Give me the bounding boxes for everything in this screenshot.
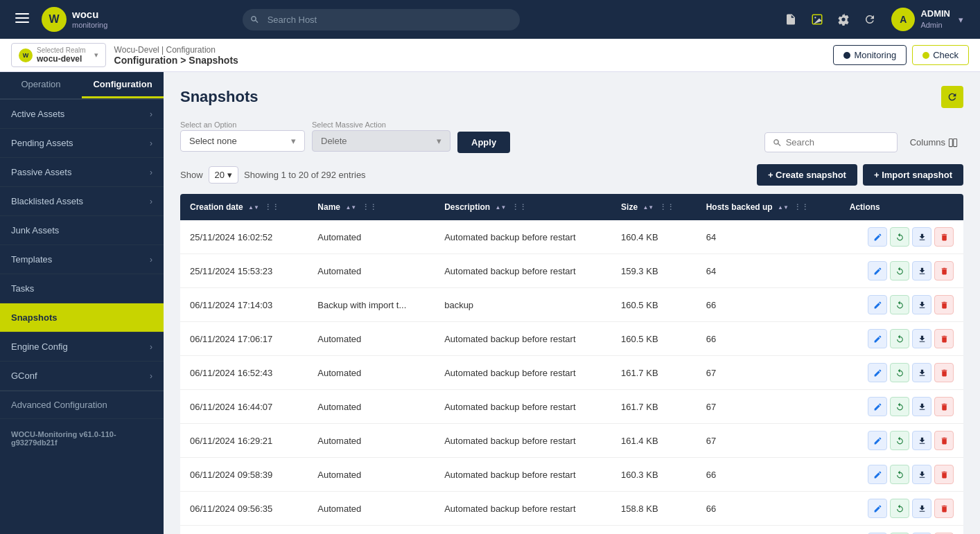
restore-button[interactable]	[890, 397, 909, 416]
col-hosts-backed-up[interactable]: Hosts backed up ▲▼ ⋮⋮	[697, 194, 840, 220]
show-count-select[interactable]: 20 ▾	[209, 166, 238, 184]
cell-hosts: 66	[697, 492, 840, 526]
edit-button[interactable]	[868, 329, 887, 348]
table-row: 06/11/2024 16:44:07 Automated Automated …	[180, 390, 963, 424]
sidebar-item-junk-assets[interactable]: Junk Assets	[0, 216, 164, 245]
apply-button[interactable]: Apply	[457, 132, 510, 153]
sidebar-item-passive-assets[interactable]: Passive Assets ›	[0, 158, 164, 187]
restore-button[interactable]	[890, 465, 909, 484]
download-button[interactable]	[912, 363, 931, 382]
delete-button[interactable]	[934, 261, 954, 281]
edit-button[interactable]	[868, 431, 887, 450]
sidebar-tabs: Operation Configuration	[0, 72, 164, 100]
global-search-input[interactable]	[243, 9, 520, 30]
download-button[interactable]	[912, 329, 931, 348]
user-menu[interactable]: A ADMIN Admin ▾	[886, 8, 969, 31]
edit-button[interactable]	[868, 499, 887, 518]
download-button[interactable]	[912, 431, 931, 450]
col-menu-icon[interactable]: ⋮⋮	[511, 203, 527, 211]
col-description[interactable]: Description ▲▼ ⋮⋮	[435, 194, 611, 220]
settings-icon-btn[interactable]	[833, 9, 854, 30]
col-menu-icon[interactable]: ⋮⋮	[362, 203, 377, 211]
restore-button[interactable]	[890, 499, 909, 518]
col-creation-date[interactable]: Creation date ▲▼ ⋮⋮	[180, 194, 308, 220]
svg-rect-0	[15, 13, 29, 15]
restore-button[interactable]	[890, 261, 909, 281]
cell-creation-date: 06/11/2024 09:56:35	[180, 492, 308, 526]
delete-button[interactable]	[934, 397, 954, 416]
edit-button[interactable]	[868, 397, 887, 416]
refresh-icon-btn[interactable]	[859, 9, 880, 30]
delete-button[interactable]	[934, 431, 954, 450]
cell-size: 158.8 KB	[611, 492, 697, 526]
col-size[interactable]: Size ▲▼ ⋮⋮	[611, 194, 697, 220]
table-row: 06/11/2024 16:52:43 Automated Automated …	[180, 356, 963, 390]
edit-button[interactable]	[868, 465, 887, 484]
restore-button[interactable]	[890, 431, 909, 450]
restore-button[interactable]	[890, 227, 909, 247]
select-option-dropdown[interactable]: Select none ▾	[180, 130, 305, 152]
sidebar-item-templates[interactable]: Templates ›	[0, 245, 164, 274]
image-icon-btn[interactable]	[807, 9, 828, 30]
col-name[interactable]: Name ▲▼ ⋮⋮	[308, 194, 435, 220]
refresh-button[interactable]	[941, 86, 963, 108]
cell-actions	[840, 254, 963, 288]
cell-hosts: 66	[697, 322, 840, 356]
delete-button[interactable]	[934, 295, 954, 314]
edit-button[interactable]	[868, 261, 887, 281]
delete-button[interactable]	[934, 227, 954, 247]
import-snapshot-button[interactable]: + Import snapshot	[863, 164, 963, 186]
sidebar-tab-configuration[interactable]: Configuration	[82, 72, 164, 98]
delete-button[interactable]	[934, 499, 954, 518]
sidebar-item-blacklisted-assets[interactable]: Blacklisted Assets ›	[0, 187, 164, 216]
download-button[interactable]	[912, 499, 931, 518]
download-button[interactable]	[912, 227, 931, 247]
delete-button[interactable]	[934, 465, 954, 484]
col-menu-icon[interactable]: ⋮⋮	[794, 203, 809, 211]
sidebar-item-snapshots[interactable]: Snapshots	[0, 303, 164, 332]
edit-button[interactable]	[868, 227, 887, 247]
sidebar-item-gconf[interactable]: GConf ›	[0, 362, 164, 391]
realm-chevron-icon: ▾	[94, 51, 98, 60]
sidebar-item-advanced-config[interactable]: Advanced Configuration	[0, 391, 164, 418]
cell-size: 160.4 KB	[611, 220, 697, 254]
col-menu-icon[interactable]: ⋮⋮	[659, 203, 674, 211]
restore-button[interactable]	[890, 329, 909, 348]
monitoring-button[interactable]: Monitoring	[833, 45, 907, 65]
sidebar-tab-operation[interactable]: Operation	[0, 72, 82, 98]
table-search-input[interactable]	[786, 137, 890, 148]
col-menu-icon[interactable]: ⋮⋮	[264, 203, 279, 211]
edit-button[interactable]	[868, 363, 887, 382]
sidebar-item-pending-assets[interactable]: Pending Assets ›	[0, 129, 164, 158]
realm-selector[interactable]: W Selected Realm wocu-devel ▾	[11, 43, 106, 67]
download-button[interactable]	[912, 261, 931, 281]
download-button[interactable]	[912, 295, 931, 314]
columns-button[interactable]: Columns	[904, 133, 963, 152]
cell-creation-date: 06/11/2024 16:44:07	[180, 390, 308, 424]
cell-actions	[840, 356, 963, 390]
delete-button[interactable]	[934, 329, 954, 348]
snapshots-table: Creation date ▲▼ ⋮⋮ Name ▲▼ ⋮⋮ Descripti…	[180, 194, 963, 534]
restore-button[interactable]	[890, 295, 909, 314]
cell-description: Automated backup before restart	[435, 390, 611, 424]
sidebar-item-tasks[interactable]: Tasks	[0, 274, 164, 303]
restore-button[interactable]	[890, 363, 909, 382]
download-button[interactable]	[912, 465, 931, 484]
chevron-icon: ›	[150, 109, 152, 119]
svg-point-4	[815, 17, 816, 18]
cell-hosts: 64	[697, 220, 840, 254]
download-button[interactable]	[912, 397, 931, 416]
cell-creation-date: 06/11/2024 16:52:43	[180, 356, 308, 390]
main-content: Snapshots Select an Option Select none ▾…	[164, 72, 980, 534]
toolbar: Select an Option Select none ▾ Select Ma…	[180, 119, 963, 153]
check-button[interactable]: Check	[912, 45, 969, 65]
sidebar-item-engine-config[interactable]: Engine Config ›	[0, 332, 164, 362]
edit-button[interactable]	[868, 295, 887, 314]
delete-button[interactable]	[934, 363, 954, 382]
cell-name: Automated	[308, 492, 435, 526]
document-icon-btn[interactable]	[780, 9, 801, 30]
select-action-dropdown[interactable]: Delete ▾	[312, 130, 450, 152]
create-snapshot-button[interactable]: + Create snapshot	[757, 164, 857, 186]
sidebar-item-active-assets[interactable]: Active Assets ›	[0, 100, 164, 129]
hamburger-menu[interactable]	[11, 7, 33, 33]
